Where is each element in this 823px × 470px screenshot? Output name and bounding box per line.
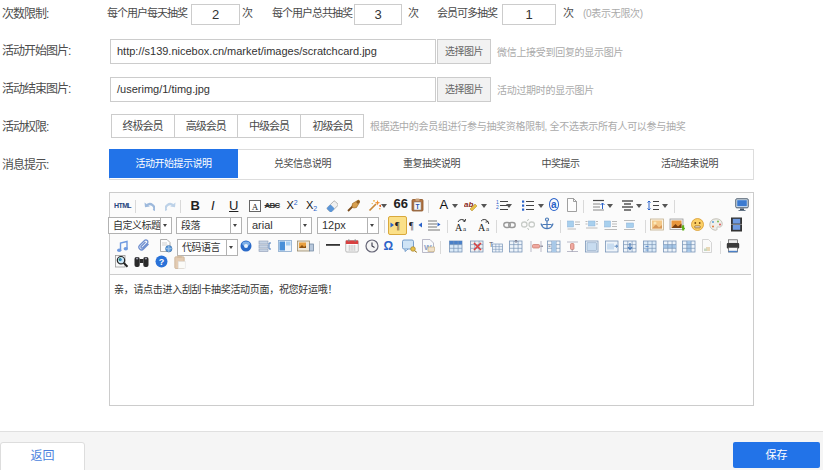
svg-text:T: T [415, 203, 419, 210]
svg-text:A: A [478, 222, 486, 232]
svg-text:¶: ¶ [395, 220, 400, 231]
svg-text:¶: ¶ [409, 220, 414, 231]
svg-text:a: a [486, 225, 490, 232]
svg-text:a: a [463, 225, 467, 232]
svg-text:?: ? [158, 257, 164, 267]
svg-text:A: A [455, 222, 463, 232]
svg-text:A: A [252, 202, 259, 212]
svg-text:2: 2 [496, 204, 499, 210]
